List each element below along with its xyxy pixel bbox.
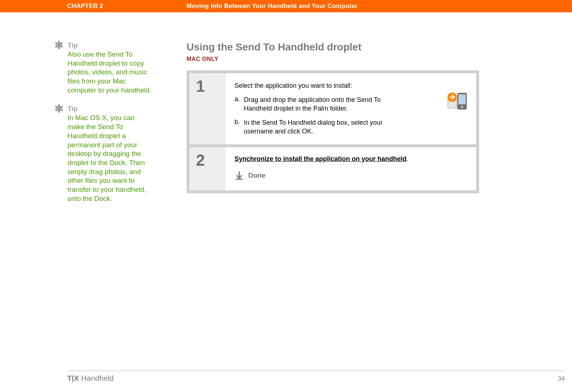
svg-point-2 <box>461 106 463 108</box>
step-row: 1 Select the application you want to ins… <box>189 73 476 144</box>
asterisk-icon: ✱ <box>54 103 64 114</box>
step-number-cell: 2 <box>189 147 226 190</box>
page-content: ✱ Tip Also use the Send To Handheld drop… <box>0 12 572 213</box>
tip-block: ✱ Tip Also use the Send To Handheld drop… <box>54 41 153 95</box>
step-number-cell: 1 <box>189 73 226 144</box>
list-item: b. In the Send To Handheld dialog box, s… <box>234 118 409 136</box>
tip-text: In Mac OS X, you can make the Send To Ha… <box>68 114 153 203</box>
sub-letter: a. <box>234 95 244 113</box>
sub-text: In the Send To Handheld dialog box, sele… <box>244 118 409 136</box>
step-number: 1 <box>196 78 219 94</box>
platform-tag: MAC ONLY <box>187 56 479 62</box>
sync-line: Synchronize to install the application o… <box>234 155 467 163</box>
page-footer: T|X Handheld 34 <box>67 371 565 383</box>
chapter-header-bar: CHAPTER 2 Moving Info Between Your Handh… <box>0 0 572 12</box>
step-number: 2 <box>196 152 219 168</box>
footer-brand-strong: T|X <box>67 374 79 382</box>
section-title: Using the Send To Handheld droplet <box>187 41 479 53</box>
steps-container: 1 Select the application you want to ins… <box>187 70 479 193</box>
sub-letter: b. <box>234 118 244 136</box>
list-item: a. Drag and drop the application onto th… <box>234 95 409 113</box>
sidebar-tips: ✱ Tip Also use the Send To Handheld drop… <box>54 41 160 213</box>
chapter-title: Moving Info Between Your Handheld and Yo… <box>187 3 358 10</box>
page-number: 34 <box>558 375 565 383</box>
step-row: 2 Synchronize to install the application… <box>189 147 476 190</box>
step-body: Synchronize to install the application o… <box>226 147 476 190</box>
tip-label: Tip <box>68 41 153 49</box>
period: . <box>406 155 408 162</box>
chapter-label: CHAPTER 2 <box>67 3 103 10</box>
sub-text: Drag and drop the application onto the S… <box>244 95 409 113</box>
footer-brand-rest: Handheld <box>79 374 114 382</box>
tip-label: Tip <box>68 105 153 113</box>
synchronize-link[interactable]: Synchronize to install the application o… <box>234 155 406 162</box>
step-intro: Select the application you want to insta… <box>234 82 467 90</box>
tip-text: Also use the Send To Handheld droplet to… <box>68 50 153 95</box>
step-body: Select the application you want to insta… <box>226 73 476 144</box>
down-arrow-icon <box>234 171 244 180</box>
svg-rect-1 <box>458 94 466 104</box>
done-label: Done <box>248 172 266 180</box>
main-column: Using the Send To Handheld droplet MAC O… <box>187 41 479 213</box>
asterisk-icon: ✱ <box>54 40 64 51</box>
done-row: Done <box>234 171 467 180</box>
footer-brand: T|X Handheld <box>67 374 114 383</box>
send-to-handheld-icon <box>446 91 469 111</box>
step-sub-list: a. Drag and drop the application onto th… <box>234 95 467 136</box>
tip-block: ✱ Tip In Mac OS X, you can make the Send… <box>54 105 153 203</box>
